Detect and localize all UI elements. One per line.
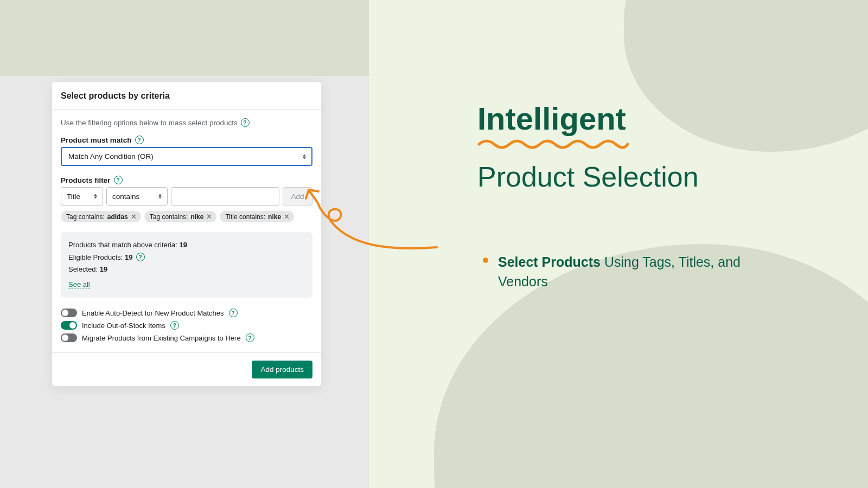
toggle-migrate[interactable]: [61, 333, 77, 342]
match-select-value: Match Any Condition (OR): [68, 152, 154, 160]
stat-eligible: Eligible Products: 19 ?: [68, 253, 305, 261]
headline-product-selection: Product Selection: [477, 162, 835, 192]
bullet-row: Select Products Using Tags, Titles, and …: [483, 252, 835, 292]
filter-field-value: Title: [67, 192, 80, 201]
help-icon[interactable]: ?: [246, 333, 254, 342]
help-icon[interactable]: ?: [241, 118, 250, 127]
bullet-text: Select Products Using Tags, Titles, and …: [498, 252, 748, 292]
panel-footer: Add products: [52, 352, 321, 386]
panel-body: Use the filtering options below to mass …: [52, 110, 321, 352]
chip-prefix: Tag contains:: [66, 213, 105, 221]
stat-eligible-label: Eligible Products:: [68, 253, 125, 261]
filter-chip: Tag contains: nike ✕: [144, 211, 217, 222]
stat-selected-label: Selected:: [68, 265, 100, 273]
select-arrows-icon: [94, 194, 97, 199]
panel-intro-row: Use the filtering options below to mass …: [61, 118, 312, 127]
help-icon[interactable]: ?: [114, 176, 123, 184]
help-icon[interactable]: ?: [170, 321, 179, 330]
panel-intro: Use the filtering options below to mass …: [61, 119, 238, 127]
match-select[interactable]: Match Any Condition (OR): [61, 147, 312, 166]
stat-match-label: Products that match above criteria:: [68, 241, 179, 249]
toggle-row-outofstock: Include Out-of-Stock Items ?: [61, 321, 312, 330]
help-icon[interactable]: ?: [135, 136, 144, 144]
marketing-copy: Intelligent Product Selection Select Pro…: [477, 103, 835, 292]
stat-match: Products that match above criteria: 19: [68, 241, 305, 249]
chip-value: nike: [190, 213, 203, 221]
filter-op-select[interactable]: contains: [106, 187, 168, 206]
match-label: Product must match: [61, 136, 132, 144]
active-filter-chips: Tag contains: adidas ✕ Tag contains: nik…: [61, 211, 312, 222]
filter-op-value: contains: [112, 192, 139, 201]
underline-squiggle-icon: [477, 137, 629, 150]
filter-chip: Title contains: nike ✕: [220, 211, 294, 222]
add-filter-button[interactable]: Add: [283, 187, 312, 206]
see-all-link[interactable]: See all: [68, 280, 90, 289]
toggle-label: Include Out-of-Stock Items: [82, 322, 165, 330]
filter-label-row: Products filter ?: [61, 176, 312, 184]
stat-selected-count: 19: [100, 265, 107, 273]
stat-selected: Selected: 19: [68, 265, 305, 273]
close-icon[interactable]: ✕: [206, 213, 212, 220]
toggle-label: Enable Auto-Detect for New Product Match…: [82, 309, 224, 317]
filter-field-select[interactable]: Title: [61, 187, 103, 206]
help-icon[interactable]: ?: [229, 309, 238, 317]
chip-value: adidas: [107, 213, 128, 221]
toggle-outofstock[interactable]: [61, 321, 77, 330]
headline-intelligent: Intelligent: [477, 103, 835, 134]
match-label-row: Product must match ?: [61, 136, 312, 144]
help-icon[interactable]: ?: [136, 253, 145, 261]
bullet-dot-icon: [483, 258, 488, 263]
toggle-autodetect[interactable]: [61, 309, 77, 317]
filter-label: Products filter: [61, 176, 111, 184]
close-icon[interactable]: ✕: [131, 213, 137, 220]
filter-chip: Tag contains: adidas ✕: [61, 211, 141, 222]
chip-value: nike: [268, 213, 281, 221]
close-icon[interactable]: ✕: [284, 213, 290, 220]
add-products-button[interactable]: Add products: [252, 361, 312, 378]
toggle-row-autodetect: Enable Auto-Detect for New Product Match…: [61, 309, 312, 317]
bullet-bold: Select Products: [498, 254, 601, 269]
stat-match-count: 19: [179, 241, 187, 249]
select-arrows-icon: [303, 154, 306, 159]
criteria-panel: Select products by criteria Use the filt…: [52, 81, 322, 387]
filter-row: Title contains Add: [61, 187, 312, 206]
filter-value-input[interactable]: [171, 187, 279, 206]
chip-prefix: Title contains:: [225, 213, 265, 221]
select-arrows-icon: [158, 194, 162, 199]
chip-prefix: Tag contains:: [150, 213, 188, 221]
results-summary: Products that match above criteria: 19 E…: [61, 232, 312, 298]
panel-title: Select products by criteria: [52, 82, 321, 110]
toggle-label: Migrate Products from Existing Campaigns…: [82, 334, 241, 342]
toggle-row-migrate: Migrate Products from Existing Campaigns…: [61, 333, 312, 342]
stat-eligible-count: 19: [125, 253, 132, 261]
